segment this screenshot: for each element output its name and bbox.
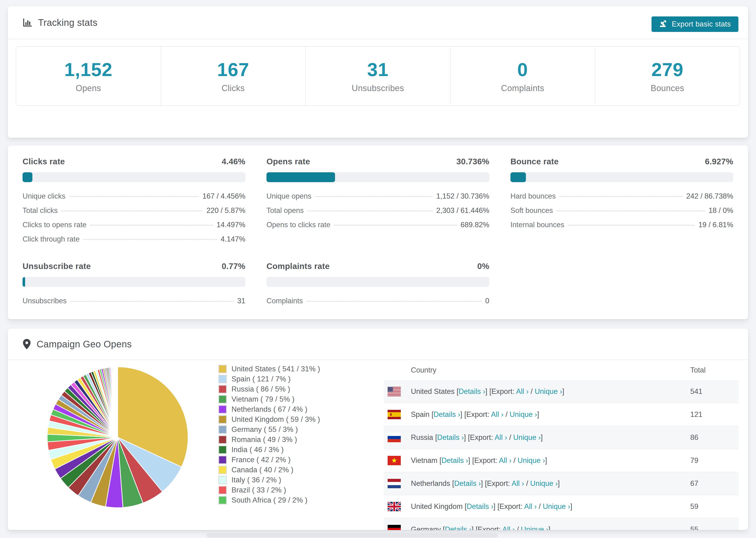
legend-label: Canada ( 40 / 2% ) [232, 466, 294, 474]
export-unique-link[interactable]: Unique › [530, 479, 558, 488]
summary-stat-opens: 1,152 Opens [16, 47, 161, 105]
rates-grid: Clicks rate 4.46% Unique clicks 167 / 4.… [8, 145, 748, 311]
legend-swatch [218, 365, 227, 373]
legend-label: Brazil ( 33 / 2% ) [232, 486, 286, 494]
rate-block-clicks-rate: Clicks rate 4.46% Unique clicks 167 / 4.… [23, 157, 245, 249]
stat-row-value: 167 / 4.456% [202, 192, 245, 200]
export-all-link[interactable]: All › [512, 479, 524, 488]
export-all-link[interactable]: All › [499, 456, 512, 464]
legend-swatch [218, 395, 227, 404]
export-unique-link[interactable]: Unique › [517, 456, 545, 464]
details-link[interactable]: Details › [454, 479, 481, 488]
rate-block-bounce-rate: Bounce rate 6.927% Hard bounces 242 / 86… [511, 157, 733, 249]
geo-section-title: Campaign Geo Opens [37, 339, 132, 350]
rate-value: 0.77% [222, 261, 245, 271]
stat-row-label: Total opens [266, 206, 304, 215]
export-unique-link[interactable]: Unique › [535, 387, 562, 396]
horizontal-scrollbar-thumb[interactable] [207, 533, 498, 538]
dotted-leader [557, 211, 705, 211]
legend-item: United States ( 541 / 31% ) [218, 364, 320, 374]
country-total: 86 [690, 433, 698, 442]
export-basic-stats-button[interactable]: Export basic stats [652, 17, 738, 32]
details-link[interactable]: Details › [434, 410, 460, 418]
legend-swatch [218, 456, 227, 464]
stat-row-value: 242 / 86.738% [686, 192, 733, 200]
export-button-label: Export basic stats [672, 20, 731, 28]
details-link[interactable]: Details › [437, 433, 464, 442]
geo-opens-card: Campaign Geo Opens United States ( 541 /… [8, 329, 748, 530]
legend-item: Italy ( 36 / 2% ) [218, 475, 320, 485]
details-link[interactable]: Details › [445, 525, 472, 530]
stat-row: Total opens 2,303 / 61.446% [266, 206, 489, 215]
legend-item: Canada ( 40 / 2% ) [218, 465, 320, 475]
export-unique-link[interactable]: Unique › [543, 502, 570, 511]
details-link[interactable]: Details › [441, 456, 468, 464]
pie-slice-other[interactable] [117, 367, 118, 437]
legend-label: United States ( 541 / 31% ) [232, 365, 320, 373]
details-link[interactable]: Details › [467, 502, 494, 511]
legend-swatch [218, 466, 227, 474]
export-unique-link[interactable]: Unique › [513, 433, 541, 442]
stat-row-value: 0 [485, 297, 489, 305]
details-link[interactable]: Details › [459, 387, 485, 396]
summary-stat-label: Bounces [651, 83, 684, 93]
stat-row-value: 220 / 5.87% [207, 206, 245, 215]
stat-row-label: Clicks to opens rate [23, 221, 86, 229]
summary-stat-label: Complaints [501, 83, 544, 93]
dotted-leader [334, 225, 457, 226]
legend-label: Netherlands ( 67 / 4% ) [232, 405, 307, 413]
export-all-link[interactable]: All › [516, 387, 528, 396]
country-table-row-united-states: United States [Details ›] [Export: All ›… [384, 380, 739, 403]
page-title: Tracking stats [38, 17, 97, 28]
stat-row-value: 19 / 6.81% [698, 221, 733, 229]
stat-row-label: Internal bounces [511, 221, 564, 229]
summary-stat-bounces: 279 Bounces [595, 47, 739, 105]
export-icon [659, 19, 668, 29]
dotted-leader [315, 196, 432, 197]
country-name: Netherlands [411, 479, 450, 488]
map-pin-icon [23, 339, 31, 349]
stat-row: Hard bounces 242 / 86.738% [511, 192, 733, 200]
country-name: Germany [411, 525, 441, 530]
rate-title: Bounce rate [511, 157, 559, 166]
export-unique-link[interactable]: Unique › [510, 410, 537, 418]
country-name: Russia [411, 433, 433, 442]
stat-row: Click through rate 4.147% [23, 235, 245, 243]
legend-swatch [218, 375, 227, 383]
summary-stat-label: Clicks [222, 83, 244, 93]
export-all-link[interactable]: All › [502, 525, 514, 530]
tracking-dashboard-page: Tracking stats Export basic stats 1,152 … [0, 0, 756, 538]
legend-label: Italy ( 36 / 2% ) [232, 476, 281, 484]
dotted-leader [307, 211, 433, 211]
country-name: Spain [411, 410, 429, 418]
stat-row: Internal bounces 19 / 6.81% [511, 221, 733, 229]
stat-row: Total clicks 220 / 5.87% [23, 206, 245, 215]
summary-stat-label: Opens [76, 83, 101, 93]
country-table-row-russia: Russia [Details ›] [Export: All › / Uniq… [384, 426, 739, 449]
summary-stat-value: 167 [217, 59, 249, 81]
geo-opens-header: Campaign Geo Opens [8, 329, 748, 360]
export-all-link[interactable]: All › [524, 502, 536, 511]
tracking-stats-header: Tracking stats Export basic stats [8, 6, 748, 39]
legend-item: Russia ( 86 / 5% ) [218, 384, 320, 394]
legend-item: Germany ( 55 / 3% ) [218, 424, 320, 435]
legend-swatch [218, 415, 227, 424]
stat-row-value: 14.497% [217, 221, 245, 229]
legend-item: South Africa ( 29 / 2% ) [218, 495, 320, 505]
legend-swatch [218, 425, 227, 434]
export-unique-link[interactable]: Unique › [521, 525, 549, 530]
country-flag-icon [388, 433, 401, 442]
country-name: United States [411, 387, 455, 396]
country-name: United Kingdom [411, 502, 463, 511]
rate-title: Opens rate [266, 157, 310, 166]
progress-bar-track [23, 172, 245, 182]
country-flag-icon [388, 502, 401, 511]
country-total: 121 [690, 410, 702, 419]
rate-value: 30.736% [457, 157, 489, 166]
progress-bar-track [266, 172, 489, 182]
export-all-link[interactable]: All › [491, 410, 503, 418]
export-all-link[interactable]: All › [495, 433, 507, 442]
geo-country-table: Country Total United States [Details ›] … [384, 360, 739, 530]
legend-item: Romania ( 49 / 3% ) [218, 435, 320, 445]
legend-item: Netherlands ( 67 / 4% ) [218, 404, 320, 414]
